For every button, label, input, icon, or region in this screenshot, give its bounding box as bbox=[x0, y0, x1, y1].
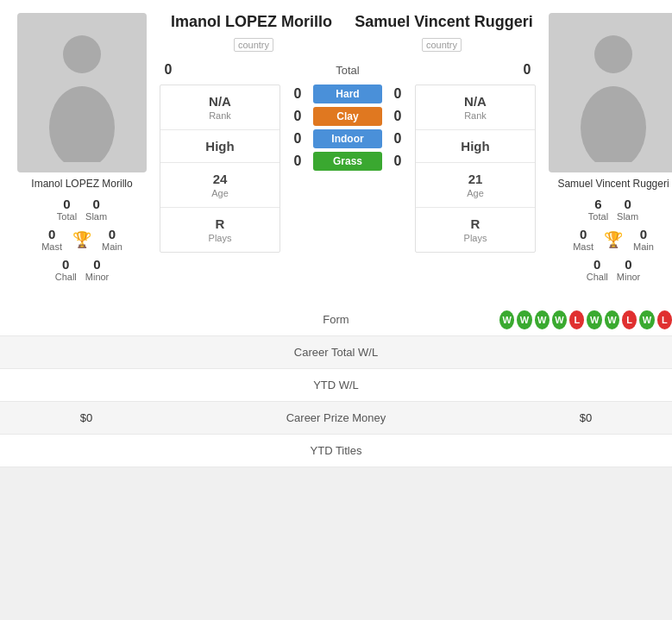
right-age-row: 21 Age bbox=[416, 163, 535, 208]
left-total-label: Total bbox=[57, 211, 77, 222]
right-chall-label: Chall bbox=[587, 272, 608, 282]
ytd-wl-row: YTD W/L bbox=[0, 369, 672, 402]
right-slam-label: Slam bbox=[617, 211, 638, 222]
left-plays-label: Plays bbox=[167, 233, 273, 243]
left-total-value: 0 bbox=[63, 197, 70, 211]
form-badge-9: L bbox=[657, 310, 672, 329]
form-badge-0: W bbox=[499, 310, 514, 329]
left-rank-row: N/A Rank bbox=[160, 85, 279, 130]
right-plays-label: Plays bbox=[423, 233, 528, 243]
total-score-left: 0 bbox=[160, 62, 177, 78]
left-high-row: High bbox=[160, 130, 279, 163]
right-high-row: High bbox=[416, 130, 535, 163]
clay-badge: Clay bbox=[313, 107, 382, 126]
career-total-wl-row: Career Total W/L bbox=[0, 336, 672, 369]
form-badge-3: W bbox=[552, 310, 567, 329]
left-mast-stat: 0 Mast bbox=[41, 227, 62, 252]
left-player-card: Imanol LOPEZ Morillo 0 Total 0 Slam 0 Ma… bbox=[9, 13, 155, 282]
left-age-value: 24 bbox=[167, 172, 273, 186]
right-minor-value: 0 bbox=[625, 257, 631, 272]
left-rank-value: N/A bbox=[167, 94, 273, 109]
scores-middle: 0 Hard 0 0 Clay 0 0 Indoor 0 bbox=[289, 85, 406, 253]
left-player-name-center: Imanol LOPEZ Morillo bbox=[160, 13, 343, 31]
left-mast-label: Mast bbox=[41, 241, 62, 252]
right-total-label: Total bbox=[588, 211, 608, 222]
right-player-name-below: Samuel Vincent Ruggeri bbox=[557, 178, 669, 190]
left-info-card: N/A Rank High 24 Age R Plays bbox=[160, 85, 280, 253]
main-container: Imanol LOPEZ Morillo 0 Total 0 Slam 0 Ma… bbox=[0, 0, 672, 467]
right-trophy-icon: 🏆 bbox=[604, 230, 623, 249]
right-total-stat: 6 Total bbox=[588, 197, 608, 222]
country-row: country country bbox=[160, 38, 536, 52]
right-rank-value: N/A bbox=[423, 94, 528, 109]
career-prize-right: $0 bbox=[499, 411, 672, 424]
left-minor-stat: 0 Minor bbox=[85, 257, 110, 282]
svg-point-0 bbox=[63, 35, 101, 73]
left-chall-value: 0 bbox=[62, 257, 69, 272]
left-main-stat: 0 Main bbox=[102, 227, 122, 252]
indoor-badge: Indoor bbox=[313, 129, 382, 148]
right-rank-sub: Rank bbox=[423, 110, 528, 121]
left-chall-stat: 0 Chall bbox=[55, 257, 77, 282]
center-section: Imanol LOPEZ Morillo Samuel Vincent Rugg… bbox=[160, 13, 536, 282]
right-stats-row2: 0 Mast 🏆 0 Main bbox=[573, 227, 654, 252]
right-age-value: 21 bbox=[423, 172, 528, 186]
right-player-avatar bbox=[549, 13, 672, 172]
stats-bottom-section: Form WWWWLWWLWL Career Total W/L YTD W/L… bbox=[0, 304, 672, 467]
left-plays-row: R Plays bbox=[160, 208, 279, 252]
left-slam-stat: 0 Slam bbox=[85, 197, 107, 222]
indoor-score-left: 0 bbox=[289, 131, 306, 147]
right-mast-value: 0 bbox=[580, 227, 587, 241]
right-main-value: 0 bbox=[640, 227, 647, 241]
left-plays-value: R bbox=[167, 216, 273, 231]
right-rank-row: N/A Rank bbox=[416, 85, 535, 130]
left-age-label: Age bbox=[167, 188, 273, 198]
right-chall-stat: 0 Chall bbox=[587, 257, 608, 282]
total-scores-row: 0 Total 0 bbox=[160, 59, 536, 81]
left-chall-label: Chall bbox=[55, 272, 77, 282]
right-stats-row3: 0 Chall 0 Minor bbox=[587, 257, 641, 282]
total-score-right: 0 bbox=[518, 62, 536, 78]
right-stats-row1: 6 Total 0 Slam bbox=[588, 197, 638, 222]
indoor-score-right: 0 bbox=[389, 131, 406, 147]
grass-badge: Grass bbox=[313, 152, 382, 171]
form-badge-6: W bbox=[605, 310, 619, 329]
form-badges-container: WWWWLWWLWL bbox=[499, 310, 672, 329]
career-prize-left: $0 bbox=[0, 411, 173, 424]
clay-score-right: 0 bbox=[389, 109, 406, 124]
right-plays-row: R Plays bbox=[416, 208, 535, 252]
left-main-value: 0 bbox=[109, 227, 116, 241]
players-section: Imanol LOPEZ Morillo 0 Total 0 Slam 0 Ma… bbox=[0, 0, 672, 295]
ytd-wl-label: YTD W/L bbox=[173, 379, 499, 391]
right-mast-stat: 0 Mast bbox=[573, 227, 593, 252]
total-label: Total bbox=[185, 64, 510, 77]
career-total-wl-label: Career Total W/L bbox=[173, 346, 499, 359]
career-prize-row: $0 Career Prize Money $0 bbox=[0, 402, 672, 435]
right-high-value: High bbox=[423, 139, 528, 153]
right-plays-value: R bbox=[423, 216, 528, 231]
player-names-row: Imanol LOPEZ Morillo Samuel Vincent Rugg… bbox=[160, 13, 536, 31]
left-rank-sub: Rank bbox=[167, 110, 273, 121]
form-badge-7: L bbox=[622, 310, 637, 329]
form-right-value: WWWWLWWLWL bbox=[499, 310, 672, 329]
hard-score-left: 0 bbox=[289, 86, 306, 102]
hard-score-right: 0 bbox=[389, 86, 406, 102]
svg-point-2 bbox=[594, 35, 632, 73]
ytd-titles-label: YTD Titles bbox=[173, 444, 499, 457]
indoor-row: 0 Indoor 0 bbox=[289, 129, 406, 148]
clay-score-left: 0 bbox=[289, 109, 306, 124]
left-stats-row1: 0 Total 0 Slam bbox=[57, 197, 107, 222]
surface-scores-section: N/A Rank High 24 Age R Plays bbox=[160, 85, 536, 253]
left-player-avatar bbox=[17, 13, 147, 172]
left-slam-value: 0 bbox=[92, 197, 99, 211]
hard-row: 0 Hard 0 bbox=[289, 85, 406, 103]
left-mast-value: 0 bbox=[48, 227, 55, 241]
grass-score-right: 0 bbox=[389, 153, 406, 169]
hard-badge: Hard bbox=[313, 85, 382, 103]
right-total-value: 6 bbox=[594, 197, 601, 211]
right-player-card: Samuel Vincent Ruggeri 6 Total 0 Slam 0 … bbox=[540, 13, 672, 282]
left-minor-value: 0 bbox=[93, 257, 100, 272]
ytd-titles-row: YTD Titles bbox=[0, 435, 672, 467]
right-main-stat: 0 Main bbox=[633, 227, 654, 252]
svg-point-1 bbox=[49, 86, 115, 162]
